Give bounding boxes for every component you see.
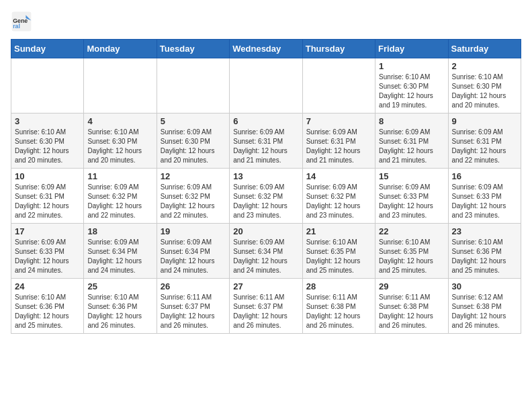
calendar-cell: 16Sunrise: 6:09 AM Sunset: 6:33 PM Dayli…	[448, 169, 521, 224]
day-number: 23	[452, 226, 517, 236]
calendar-cell: 15Sunrise: 6:09 AM Sunset: 6:33 PM Dayli…	[375, 169, 448, 224]
calendar-cell: 26Sunrise: 6:11 AM Sunset: 6:37 PM Dayli…	[157, 279, 229, 334]
calendar-cell: 10Sunrise: 6:09 AM Sunset: 6:31 PM Dayli…	[11, 169, 84, 224]
day-number: 18	[87, 226, 152, 236]
day-number: 13	[233, 171, 298, 181]
calendar-cell: 29Sunrise: 6:11 AM Sunset: 6:38 PM Dayli…	[375, 279, 448, 334]
day-number: 15	[379, 171, 444, 181]
day-number: 22	[379, 226, 444, 236]
day-number: 5	[161, 116, 226, 126]
day-info: Sunrise: 6:09 AM Sunset: 6:34 PM Dayligh…	[87, 238, 152, 275]
weekday-header-friday: Friday	[375, 40, 448, 58]
day-info: Sunrise: 6:09 AM Sunset: 6:31 PM Dayligh…	[379, 128, 444, 165]
day-info: Sunrise: 6:10 AM Sunset: 6:30 PM Dayligh…	[15, 128, 80, 165]
day-info: Sunrise: 6:10 AM Sunset: 6:36 PM Dayligh…	[87, 293, 152, 330]
calendar-table: SundayMondayTuesdayWednesdayThursdayFrid…	[11, 39, 521, 334]
calendar-cell: 13Sunrise: 6:09 AM Sunset: 6:32 PM Dayli…	[230, 169, 302, 224]
calendar-cell: 12Sunrise: 6:09 AM Sunset: 6:32 PM Dayli…	[157, 169, 229, 224]
weekday-header-wednesday: Wednesday	[230, 40, 302, 58]
calendar-cell: 30Sunrise: 6:12 AM Sunset: 6:38 PM Dayli…	[448, 279, 521, 334]
calendar-cell	[157, 58, 229, 113]
calendar-cell: 2Sunrise: 6:10 AM Sunset: 6:30 PM Daylig…	[448, 58, 521, 113]
day-info: Sunrise: 6:10 AM Sunset: 6:35 PM Dayligh…	[306, 238, 371, 275]
calendar-cell: 9Sunrise: 6:09 AM Sunset: 6:31 PM Daylig…	[448, 113, 521, 169]
calendar-cell: 27Sunrise: 6:11 AM Sunset: 6:37 PM Dayli…	[230, 279, 302, 334]
calendar-cell: 5Sunrise: 6:09 AM Sunset: 6:30 PM Daylig…	[157, 113, 229, 169]
weekday-header-monday: Monday	[84, 40, 157, 58]
calendar-header: SundayMondayTuesdayWednesdayThursdayFrid…	[11, 40, 521, 58]
day-number: 12	[161, 171, 226, 181]
day-info: Sunrise: 6:09 AM Sunset: 6:32 PM Dayligh…	[233, 183, 298, 220]
day-number: 26	[161, 281, 226, 291]
calendar-cell: 28Sunrise: 6:11 AM Sunset: 6:38 PM Dayli…	[302, 279, 375, 334]
calendar-cell: 18Sunrise: 6:09 AM Sunset: 6:34 PM Dayli…	[84, 224, 157, 279]
calendar-week-row: 24Sunrise: 6:10 AM Sunset: 6:36 PM Dayli…	[11, 279, 521, 334]
calendar-cell: 21Sunrise: 6:10 AM Sunset: 6:35 PM Dayli…	[302, 224, 375, 279]
calendar-body: 1Sunrise: 6:10 AM Sunset: 6:30 PM Daylig…	[11, 58, 521, 334]
calendar-week-row: 17Sunrise: 6:09 AM Sunset: 6:33 PM Dayli…	[11, 224, 521, 279]
day-info: Sunrise: 6:09 AM Sunset: 6:33 PM Dayligh…	[452, 183, 517, 220]
day-info: Sunrise: 6:11 AM Sunset: 6:37 PM Dayligh…	[233, 293, 298, 330]
calendar-cell	[84, 58, 157, 113]
day-info: Sunrise: 6:12 AM Sunset: 6:38 PM Dayligh…	[452, 293, 517, 330]
calendar-cell: 25Sunrise: 6:10 AM Sunset: 6:36 PM Dayli…	[84, 279, 157, 334]
day-number: 1	[379, 61, 444, 71]
calendar-cell	[230, 58, 302, 113]
day-number: 27	[233, 281, 298, 291]
day-number: 9	[452, 116, 517, 126]
calendar-cell: 24Sunrise: 6:10 AM Sunset: 6:36 PM Dayli…	[11, 279, 84, 334]
day-number: 19	[161, 226, 226, 236]
calendar-cell	[302, 58, 375, 113]
day-info: Sunrise: 6:11 AM Sunset: 6:38 PM Dayligh…	[379, 293, 444, 330]
day-info: Sunrise: 6:09 AM Sunset: 6:31 PM Dayligh…	[233, 128, 298, 165]
day-info: Sunrise: 6:09 AM Sunset: 6:33 PM Dayligh…	[15, 238, 80, 275]
calendar-cell: 11Sunrise: 6:09 AM Sunset: 6:32 PM Dayli…	[84, 169, 157, 224]
weekday-header-row: SundayMondayTuesdayWednesdayThursdayFrid…	[11, 40, 521, 58]
day-info: Sunrise: 6:09 AM Sunset: 6:31 PM Dayligh…	[306, 128, 371, 165]
calendar-week-row: 10Sunrise: 6:09 AM Sunset: 6:31 PM Dayli…	[11, 169, 521, 224]
day-info: Sunrise: 6:10 AM Sunset: 6:30 PM Dayligh…	[452, 73, 517, 110]
day-info: Sunrise: 6:09 AM Sunset: 6:33 PM Dayligh…	[379, 183, 444, 220]
day-info: Sunrise: 6:09 AM Sunset: 6:34 PM Dayligh…	[233, 238, 298, 275]
calendar-cell: 7Sunrise: 6:09 AM Sunset: 6:31 PM Daylig…	[302, 113, 375, 169]
day-number: 30	[452, 281, 517, 291]
calendar-week-row: 1Sunrise: 6:10 AM Sunset: 6:30 PM Daylig…	[11, 58, 521, 113]
day-info: Sunrise: 6:09 AM Sunset: 6:31 PM Dayligh…	[15, 183, 80, 220]
day-info: Sunrise: 6:09 AM Sunset: 6:30 PM Dayligh…	[161, 128, 226, 165]
logo-icon: Gene ral	[11, 11, 32, 32]
header: Gene ral	[11, 11, 521, 32]
svg-text:ral: ral	[13, 23, 20, 30]
day-number: 16	[452, 171, 517, 181]
day-number: 3	[15, 116, 80, 126]
day-number: 11	[87, 171, 152, 181]
calendar-cell: 3Sunrise: 6:10 AM Sunset: 6:30 PM Daylig…	[11, 113, 84, 169]
day-number: 10	[15, 171, 80, 181]
day-info: Sunrise: 6:09 AM Sunset: 6:34 PM Dayligh…	[161, 238, 226, 275]
day-number: 28	[306, 281, 371, 291]
calendar-cell: 23Sunrise: 6:10 AM Sunset: 6:36 PM Dayli…	[448, 224, 521, 279]
calendar-cell: 6Sunrise: 6:09 AM Sunset: 6:31 PM Daylig…	[230, 113, 302, 169]
calendar-cell: 1Sunrise: 6:10 AM Sunset: 6:30 PM Daylig…	[375, 58, 448, 113]
day-info: Sunrise: 6:10 AM Sunset: 6:36 PM Dayligh…	[452, 238, 517, 275]
day-number: 21	[306, 226, 371, 236]
day-number: 29	[379, 281, 444, 291]
day-number: 20	[233, 226, 298, 236]
day-number: 4	[87, 116, 152, 126]
day-number: 7	[306, 116, 371, 126]
calendar-cell: 19Sunrise: 6:09 AM Sunset: 6:34 PM Dayli…	[157, 224, 229, 279]
weekday-header-sunday: Sunday	[11, 40, 84, 58]
day-number: 14	[306, 171, 371, 181]
calendar-week-row: 3Sunrise: 6:10 AM Sunset: 6:30 PM Daylig…	[11, 113, 521, 169]
calendar-cell: 4Sunrise: 6:10 AM Sunset: 6:30 PM Daylig…	[84, 113, 157, 169]
day-info: Sunrise: 6:09 AM Sunset: 6:32 PM Dayligh…	[161, 183, 226, 220]
day-info: Sunrise: 6:09 AM Sunset: 6:32 PM Dayligh…	[87, 183, 152, 220]
weekday-header-saturday: Saturday	[448, 40, 521, 58]
calendar-cell: 22Sunrise: 6:10 AM Sunset: 6:35 PM Dayli…	[375, 224, 448, 279]
day-info: Sunrise: 6:10 AM Sunset: 6:30 PM Dayligh…	[87, 128, 152, 165]
calendar-cell: 20Sunrise: 6:09 AM Sunset: 6:34 PM Dayli…	[230, 224, 302, 279]
day-number: 25	[87, 281, 152, 291]
calendar-cell: 8Sunrise: 6:09 AM Sunset: 6:31 PM Daylig…	[375, 113, 448, 169]
day-number: 24	[15, 281, 80, 291]
calendar-cell: 14Sunrise: 6:09 AM Sunset: 6:32 PM Dayli…	[302, 169, 375, 224]
day-info: Sunrise: 6:09 AM Sunset: 6:31 PM Dayligh…	[452, 128, 517, 165]
